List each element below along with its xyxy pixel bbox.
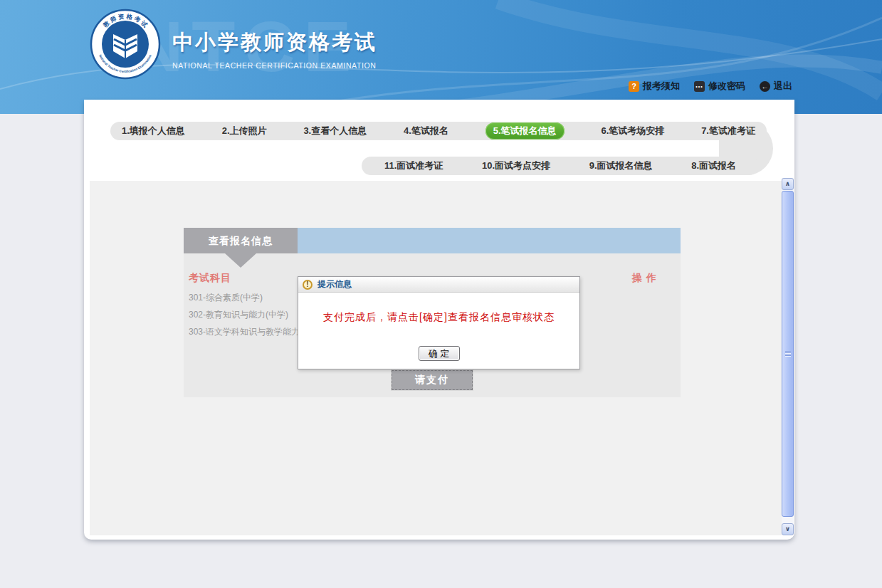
steps-row-written-test: 1.填报个人信息 2.上传照片 3.查看个人信息 4.笔试报名 5.笔试报名信息… — [110, 122, 767, 140]
header-links: ? 报考须知 ••• 修改密码 ← 退出 — [629, 80, 792, 93]
exit-icon: ← — [760, 81, 770, 92]
step-10-interview-site-arrangement[interactable]: 10.面试考点安排 — [482, 159, 550, 172]
vertical-scrollbar[interactable]: ∧ ∨ — [782, 178, 794, 535]
info-icon: ! — [303, 280, 313, 290]
prompt-dialog: ! 提示信息 支付完成后，请点击[确定]查看报名信息审核状态 确 定 — [298, 276, 580, 369]
site-title-block: 中小学教师资格考试 NATIONAL TEACHER CERTIFICATION… — [172, 28, 377, 70]
password-icon: ••• — [694, 81, 705, 92]
dialog-title: 提示信息 — [317, 278, 352, 290]
scrollbar-grip — [785, 351, 791, 357]
change-password-link[interactable]: ••• 修改密码 — [694, 80, 745, 93]
tab-header-bar — [298, 228, 681, 253]
step-11-interview-admission-ticket[interactable]: 11.面试准考证 — [384, 159, 443, 172]
ntce-logo: 教 师 资 格 考 试 National Teacher Certificati… — [90, 7, 161, 81]
subject-301: 301-综合素质(中学) — [189, 292, 263, 304]
change-password-label: 修改密码 — [708, 80, 745, 93]
step-8-interview-registration[interactable]: 8.面试报名 — [691, 159, 736, 172]
logout-link[interactable]: ← 退出 — [760, 80, 792, 93]
main-wrapper: 1.填报个人信息 2.上传照片 3.查看个人信息 4.笔试报名 5.笔试报名信息… — [84, 100, 794, 540]
tab-pointer-triangle — [225, 253, 256, 268]
step-9-interview-registration-info[interactable]: 9.面试报名信息 — [589, 159, 653, 172]
exam-notice-link[interactable]: ? 报考须知 — [629, 80, 680, 93]
step-4-written-registration[interactable]: 4.笔试报名 — [404, 125, 448, 137]
tab-view-registration-info[interactable]: 查看报名信息 — [184, 228, 298, 253]
step-6-written-room-arrangement[interactable]: 6.笔试考场安排 — [601, 125, 664, 137]
step-3-view-personal-info[interactable]: 3.查看个人信息 — [303, 125, 367, 137]
dialog-title-bar: ! 提示信息 — [298, 277, 579, 293]
pay-button[interactable]: 请支付 — [392, 370, 473, 390]
scroll-up-button[interactable]: ∧ — [782, 178, 794, 190]
steps-row-interview: 11.面试准考证 10.面试考点安排 9.面试报名信息 8.面试报名 — [362, 157, 759, 175]
content-area: 查看报名信息 考试科目 操 作 301-综合素质(中学) 302-教育知识与能力… — [90, 181, 782, 535]
exam-notice-label: 报考须知 — [643, 80, 680, 93]
step-2-upload-photo[interactable]: 2.上传照片 — [222, 125, 267, 137]
logout-label: 退出 — [774, 80, 792, 93]
scroll-down-button[interactable]: ∨ — [782, 523, 794, 535]
site-title: 中小学教师资格考试 — [172, 28, 377, 57]
ok-button[interactable]: 确 定 — [419, 346, 460, 361]
header: NTCE 教 师 资 格 考 试 National Teacher Certif… — [0, 0, 882, 114]
subject-302: 302-教育知识与能力(中学) — [189, 309, 288, 321]
exam-subjects-heading: 考试科目 — [189, 272, 231, 285]
step-1-personal-info[interactable]: 1.填报个人信息 — [122, 125, 185, 137]
step-7-written-admission-ticket[interactable]: 7.笔试准考证 — [701, 125, 755, 137]
scrollbar-thumb[interactable] — [782, 191, 794, 517]
operation-heading: 操 作 — [632, 272, 657, 285]
question-icon: ? — [629, 81, 639, 92]
dialog-message: 支付完成后，请点击[确定]查看报名信息审核状态 — [298, 311, 579, 324]
site-subtitle: NATIONAL TEACHER CERTIFICATION EXAMINATI… — [172, 61, 377, 70]
page: NTCE 教 师 资 格 考 试 National Teacher Certif… — [0, 0, 882, 588]
step-5-written-registration-info-active[interactable]: 5.笔试报名信息 — [485, 122, 565, 140]
